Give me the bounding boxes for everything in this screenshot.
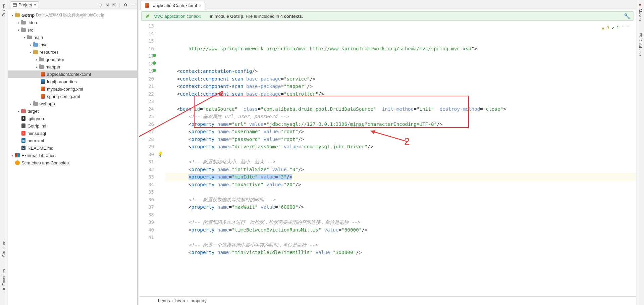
tree-generator[interactable]: ▸generator	[8, 56, 137, 63]
tree-target[interactable]: ▸target	[8, 107, 137, 115]
settings-icon[interactable]: ✿	[124, 2, 127, 7]
tree-appctx[interactable]: applicationContext.xml	[8, 70, 137, 78]
collapse-icon[interactable]: ⇱	[112, 2, 116, 7]
locate-icon[interactable]: ⊕	[98, 2, 102, 7]
tree-log4j[interactable]: log4j.properties	[8, 78, 137, 85]
tree-gitignore[interactable]: .gitignore	[8, 115, 137, 122]
tree-src[interactable]: ▾src	[8, 26, 137, 34]
tree-sql[interactable]: Sminsu.sql	[8, 130, 137, 137]
code-area[interactable]: ▲ 9 ✔ 1 ˆ ˇ http://www.springframework.o…	[164, 22, 636, 296]
sidebar-view-selector[interactable]: Project ▼	[10, 1, 39, 8]
tree-java[interactable]: ▸java	[8, 41, 137, 48]
gutter: 1314151617181920212223242526272829303132…	[139, 22, 157, 296]
rail-project[interactable]: Project	[2, 2, 6, 18]
tree-scratch[interactable]: Scratches and Consoles	[8, 159, 137, 166]
tab-appctx[interactable]: applicationContext.xml ×	[141, 1, 205, 10]
tree-idea[interactable]: ▸.idea	[8, 19, 137, 26]
rail-favorites[interactable]: ★ Favorites	[2, 267, 6, 294]
tree-mybatis[interactable]: mybatis-config.xml	[8, 85, 137, 93]
gutter-icons: 💡	[157, 22, 164, 296]
crumb-bean[interactable]: bean	[175, 298, 185, 303]
sidebar-header: Project ▼ ⊕ ⇲ ⇱ | ✿ —	[8, 0, 137, 10]
rail-maven[interactable]: m Maven	[638, 2, 643, 23]
left-tool-rail: Project Structure ★ Favorites	[0, 0, 8, 305]
project-sidebar: Project ▼ ⊕ ⇲ ⇱ | ✿ — ▾GotripD:\个人资料\XH的…	[8, 0, 138, 305]
inspection-widget[interactable]: ▲ 9 ✔ 1 ˆ ˇ	[602, 24, 629, 32]
wrench-icon[interactable]: 🔧	[624, 13, 630, 19]
tree-main[interactable]: ▾main	[8, 34, 137, 41]
context-banner: MVC application context in module Gotrip…	[141, 11, 634, 21]
tree-spring[interactable]: spring-config.xml	[8, 93, 137, 100]
tree-readme[interactable]: MREADME.md	[8, 144, 137, 152]
close-tab-icon[interactable]: ×	[199, 3, 202, 8]
editor-body[interactable]: 1314151617181920212223242526272829303132…	[139, 22, 636, 296]
breadcrumbs[interactable]: beans › bean › property	[139, 296, 636, 305]
spring-leaf-icon	[145, 13, 150, 19]
rail-structure[interactable]: Structure	[2, 239, 6, 259]
svg-rect-0	[13, 3, 17, 6]
tree-mapper[interactable]: ▸mapper	[8, 63, 137, 70]
editor-area: applicationContext.xml × MVC application…	[139, 0, 636, 305]
tree-resources[interactable]: ▾resources	[8, 48, 137, 56]
expand-icon[interactable]: ⇲	[105, 2, 109, 7]
right-tool-rail: m Maven 🗄 Database	[636, 0, 644, 305]
crumb-property[interactable]: property	[191, 298, 207, 303]
rail-database[interactable]: 🗄 Database	[638, 31, 643, 58]
tree-external[interactable]: ▸External Libraries	[8, 152, 137, 159]
xml-icon	[144, 3, 150, 8]
tree-iml[interactable]: Gotrip.iml	[8, 122, 137, 130]
hide-icon[interactable]: —	[131, 2, 135, 7]
context-link[interactable]: MVC application context	[154, 14, 201, 19]
crumb-beans[interactable]: beans	[158, 298, 170, 303]
tree-webapp[interactable]: ▸webapp	[8, 100, 137, 107]
tree-root[interactable]: ▾GotripD:\个人资料\XH的文件夹\github\Gotrip	[8, 11, 137, 19]
project-tree[interactable]: ▾GotripD:\个人资料\XH的文件夹\github\Gotrip ▸.id…	[8, 10, 137, 305]
tab-bar: applicationContext.xml ×	[139, 0, 636, 10]
tree-pom[interactable]: mpom.xml	[8, 137, 137, 144]
